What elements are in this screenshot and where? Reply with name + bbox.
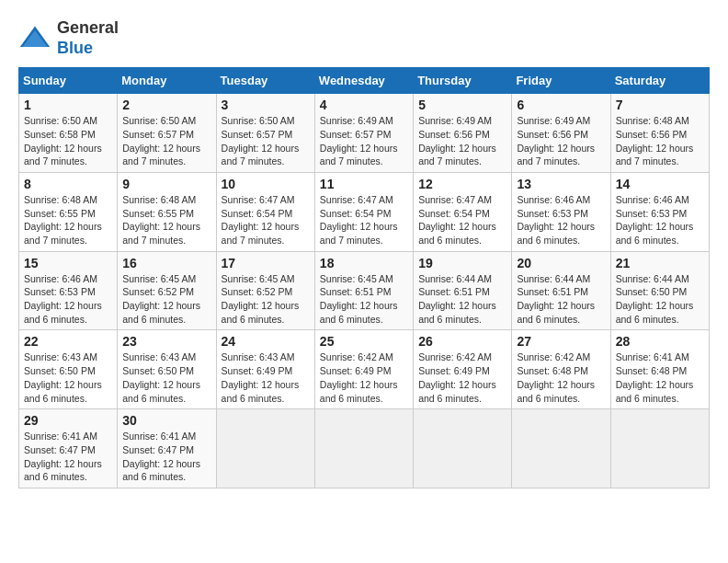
day-cell: 8 Sunrise: 6:48 AM Sunset: 6:55 PM Dayli…: [19, 172, 118, 251]
day-number: 25: [320, 334, 408, 349]
day-cell: 7 Sunrise: 6:48 AM Sunset: 6:56 PM Dayli…: [610, 94, 709, 173]
calendar-header-row: SundayMondayTuesdayWednesdayThursdayFrid…: [19, 68, 710, 94]
day-cell: 9 Sunrise: 6:48 AM Sunset: 6:55 PM Dayli…: [118, 172, 216, 251]
day-info: Sunrise: 6:48 AM Sunset: 6:55 PM Dayligh…: [122, 193, 210, 247]
day-info: Sunrise: 6:50 AM Sunset: 6:57 PM Dayligh…: [222, 114, 310, 168]
calendar-table: SundayMondayTuesdayWednesdayThursdayFrid…: [18, 67, 710, 488]
day-info: Sunrise: 6:50 AM Sunset: 6:58 PM Dayligh…: [24, 114, 112, 168]
day-info: Sunrise: 6:50 AM Sunset: 6:57 PM Dayligh…: [122, 114, 210, 168]
day-cell: 30 Sunrise: 6:41 AM Sunset: 6:47 PM Dayl…: [118, 409, 216, 488]
logo-general: General: [57, 18, 119, 37]
day-number: 24: [222, 334, 310, 349]
day-cell: 10 Sunrise: 6:47 AM Sunset: 6:54 PM Dayl…: [216, 172, 314, 251]
logo-text: General Blue: [57, 18, 119, 58]
day-cell: 20 Sunrise: 6:44 AM Sunset: 6:51 PM Dayl…: [512, 251, 610, 330]
day-number: 7: [616, 98, 704, 112]
day-number: 23: [122, 334, 210, 349]
day-cell: 11 Sunrise: 6:47 AM Sunset: 6:54 PM Dayl…: [314, 172, 413, 251]
day-number: 13: [517, 177, 605, 191]
col-header-tuesday: Tuesday: [216, 68, 314, 94]
day-number: 9: [122, 177, 210, 191]
day-number: 6: [517, 98, 605, 112]
day-cell: 2 Sunrise: 6:50 AM Sunset: 6:57 PM Dayli…: [118, 94, 216, 173]
day-cell: [314, 409, 413, 488]
day-info: Sunrise: 6:44 AM Sunset: 6:51 PM Dayligh…: [517, 272, 605, 327]
day-number: 12: [418, 177, 506, 191]
day-number: 14: [616, 177, 704, 191]
day-info: Sunrise: 6:45 AM Sunset: 6:51 PM Dayligh…: [320, 272, 408, 327]
day-number: 30: [122, 413, 210, 428]
day-cell: [512, 409, 610, 488]
week-row-4: 22 Sunrise: 6:43 AM Sunset: 6:50 PM Dayl…: [19, 330, 710, 409]
day-info: Sunrise: 6:49 AM Sunset: 6:57 PM Dayligh…: [320, 114, 408, 168]
day-cell: 24 Sunrise: 6:43 AM Sunset: 6:49 PM Dayl…: [216, 330, 314, 409]
day-cell: 3 Sunrise: 6:50 AM Sunset: 6:57 PM Dayli…: [216, 94, 314, 173]
col-header-saturday: Saturday: [610, 68, 709, 94]
day-number: 28: [616, 334, 704, 349]
day-info: Sunrise: 6:47 AM Sunset: 6:54 PM Dayligh…: [418, 193, 506, 247]
week-row-3: 15 Sunrise: 6:46 AM Sunset: 6:53 PM Dayl…: [19, 251, 710, 330]
day-info: Sunrise: 6:45 AM Sunset: 6:52 PM Dayligh…: [122, 272, 210, 327]
day-cell: 28 Sunrise: 6:41 AM Sunset: 6:48 PM Dayl…: [610, 330, 709, 409]
day-cell: [414, 409, 512, 488]
day-number: 10: [222, 177, 310, 191]
day-cell: [216, 409, 314, 488]
day-info: Sunrise: 6:44 AM Sunset: 6:51 PM Dayligh…: [418, 272, 506, 327]
day-cell: 5 Sunrise: 6:49 AM Sunset: 6:56 PM Dayli…: [414, 94, 512, 173]
day-number: 1: [24, 98, 112, 112]
day-info: Sunrise: 6:47 AM Sunset: 6:54 PM Dayligh…: [222, 193, 310, 247]
day-cell: 1 Sunrise: 6:50 AM Sunset: 6:58 PM Dayli…: [19, 94, 118, 173]
logo-icon: [18, 22, 51, 55]
day-number: 8: [24, 177, 112, 191]
week-row-1: 1 Sunrise: 6:50 AM Sunset: 6:58 PM Dayli…: [19, 94, 710, 173]
col-header-thursday: Thursday: [414, 68, 512, 94]
day-info: Sunrise: 6:41 AM Sunset: 6:48 PM Dayligh…: [616, 350, 704, 405]
day-info: Sunrise: 6:41 AM Sunset: 6:47 PM Dayligh…: [24, 430, 112, 484]
day-info: Sunrise: 6:46 AM Sunset: 6:53 PM Dayligh…: [24, 272, 112, 327]
day-number: 27: [517, 334, 605, 349]
day-number: 2: [122, 98, 210, 112]
day-cell: 23 Sunrise: 6:43 AM Sunset: 6:50 PM Dayl…: [118, 330, 216, 409]
day-number: 16: [122, 256, 210, 270]
day-number: 21: [616, 256, 704, 270]
day-info: Sunrise: 6:47 AM Sunset: 6:54 PM Dayligh…: [320, 193, 408, 247]
day-number: 17: [222, 256, 310, 270]
day-cell: [610, 409, 709, 488]
day-cell: 29 Sunrise: 6:41 AM Sunset: 6:47 PM Dayl…: [19, 409, 118, 488]
day-cell: 15 Sunrise: 6:46 AM Sunset: 6:53 PM Dayl…: [19, 251, 118, 330]
day-info: Sunrise: 6:41 AM Sunset: 6:47 PM Dayligh…: [122, 430, 210, 484]
day-number: 20: [517, 256, 605, 270]
day-number: 26: [418, 334, 506, 349]
day-cell: 27 Sunrise: 6:42 AM Sunset: 6:48 PM Dayl…: [512, 330, 610, 409]
day-cell: 22 Sunrise: 6:43 AM Sunset: 6:50 PM Dayl…: [19, 330, 118, 409]
day-info: Sunrise: 6:45 AM Sunset: 6:52 PM Dayligh…: [222, 272, 310, 327]
day-number: 11: [320, 177, 408, 191]
day-number: 19: [418, 256, 506, 270]
day-cell: 4 Sunrise: 6:49 AM Sunset: 6:57 PM Dayli…: [314, 94, 413, 173]
day-cell: 26 Sunrise: 6:42 AM Sunset: 6:49 PM Dayl…: [414, 330, 512, 409]
day-number: 29: [24, 413, 112, 428]
day-cell: 18 Sunrise: 6:45 AM Sunset: 6:51 PM Dayl…: [314, 251, 413, 330]
day-info: Sunrise: 6:46 AM Sunset: 6:53 PM Dayligh…: [517, 193, 605, 247]
day-info: Sunrise: 6:42 AM Sunset: 6:49 PM Dayligh…: [418, 350, 506, 405]
day-cell: 6 Sunrise: 6:49 AM Sunset: 6:56 PM Dayli…: [512, 94, 610, 173]
day-cell: 19 Sunrise: 6:44 AM Sunset: 6:51 PM Dayl…: [414, 251, 512, 330]
day-info: Sunrise: 6:44 AM Sunset: 6:50 PM Dayligh…: [616, 272, 704, 327]
day-number: 5: [418, 98, 506, 112]
day-cell: 13 Sunrise: 6:46 AM Sunset: 6:53 PM Dayl…: [512, 172, 610, 251]
page-header: General Blue: [18, 18, 710, 58]
week-row-2: 8 Sunrise: 6:48 AM Sunset: 6:55 PM Dayli…: [19, 172, 710, 251]
day-info: Sunrise: 6:43 AM Sunset: 6:50 PM Dayligh…: [122, 350, 210, 405]
day-info: Sunrise: 6:42 AM Sunset: 6:49 PM Dayligh…: [320, 350, 408, 405]
col-header-friday: Friday: [512, 68, 610, 94]
logo-blue: Blue: [57, 39, 93, 57]
day-number: 18: [320, 256, 408, 270]
col-header-sunday: Sunday: [19, 68, 118, 94]
day-info: Sunrise: 6:48 AM Sunset: 6:55 PM Dayligh…: [24, 193, 112, 247]
day-cell: 17 Sunrise: 6:45 AM Sunset: 6:52 PM Dayl…: [216, 251, 314, 330]
day-cell: 12 Sunrise: 6:47 AM Sunset: 6:54 PM Dayl…: [414, 172, 512, 251]
day-info: Sunrise: 6:43 AM Sunset: 6:49 PM Dayligh…: [222, 350, 310, 405]
day-info: Sunrise: 6:42 AM Sunset: 6:48 PM Dayligh…: [517, 350, 605, 405]
day-number: 15: [24, 256, 112, 270]
day-cell: 14 Sunrise: 6:46 AM Sunset: 6:53 PM Dayl…: [610, 172, 709, 251]
